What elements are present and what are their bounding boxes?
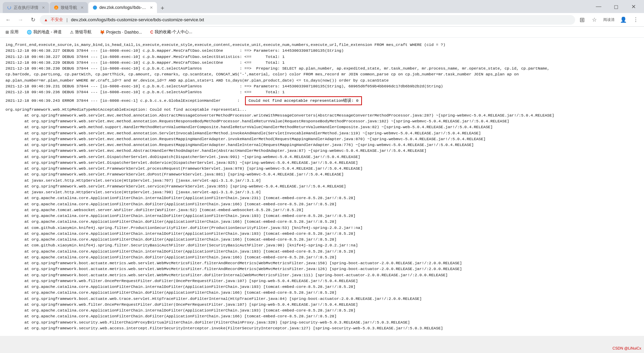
log-line-9: 2021-12-18 09:46:39.243 ERROR 37844 --- …: [5, 98, 240, 104]
stack-line-29: at org.springframework.boot.actuate.metr…: [5, 272, 639, 278]
stack-line-7: at org.springframework.web.servlet.mvc.m…: [5, 142, 639, 148]
stack-line-19: at org.apache.catalina.core.ApplicationF…: [5, 213, 639, 219]
bookmark-star-button[interactable]: ⊞: [576, 14, 587, 25]
bookmark-my-place-label: 我的地盘 - 禅道: [33, 29, 62, 35]
stack-line-21: at com.github.xiaoymin.knife4j.spring.fi…: [5, 225, 639, 231]
stack-line-10: at org.springframework.web.servlet.Dispa…: [5, 160, 639, 166]
stack-line-16: at org.apache.catalina.core.ApplicationF…: [5, 195, 639, 201]
bookmark-my-place[interactable]: 🌐 我的地盘 - 禅道: [24, 28, 64, 36]
bookmark-favorites[interactable]: C 我的收藏-个人中心...: [147, 28, 195, 36]
stack-line-1: org.springframework.web.HttpMediaTypeNot…: [5, 107, 639, 112]
favorites-icon: C: [150, 30, 153, 35]
security-warning-icon: ▲: [44, 17, 48, 22]
tab1-close[interactable]: ✕: [42, 5, 45, 10]
svg-text:⚠: ⚠: [55, 6, 58, 10]
stack-line-14: at org.springframework.web.servlet.Frame…: [5, 183, 639, 189]
stack-line-24: at com.github.xiaoymin.knife4j.spring.fi…: [5, 242, 639, 248]
stack-line-34: at org.springframework.web.filter.OncePe…: [5, 302, 639, 307]
tab1-label: 正在执行详情: [14, 5, 38, 11]
log-line-5: cp.barCode, cp.partLong, cp.partWith, cp…: [5, 71, 639, 77]
separator: |: [66, 17, 68, 22]
title-bar: 正在执行详情 ✕ ⚠ 致链导航 ✕ 🌐 dev.zlxk.com/logs//b…: [0, 0, 644, 13]
log-line-8: 2021-12-18 09:46:39.236 DEBUG 37844 --- …: [5, 89, 639, 95]
error-box: Could not find acceptable representation…: [245, 96, 362, 105]
nav-bar: ← → ↻ ▲ 不安全 | dev.zlxk.com/logs//bds-cus…: [0, 13, 644, 27]
stack-line-26: at org.apache.catalina.core.ApplicationF…: [5, 254, 639, 260]
svg-text:🌐: 🌐: [93, 6, 97, 10]
my-place-icon: 🌐: [27, 30, 32, 35]
stack-line-28: at org.springframework.boot.actuate.metr…: [5, 266, 639, 272]
stack-line-5: at org.springframework.web.servlet.mvc.m…: [5, 130, 639, 136]
stack-line-36: at org.apache.catalina.core.ApplicationF…: [5, 313, 639, 319]
csdn-watermark: CSDN @LiNuiCx: [612, 346, 641, 350]
bookmark-zhilian[interactable]: ⚠ 致链导航: [67, 28, 94, 36]
stack-line-20: at org.apache.catalina.core.ApplicationF…: [5, 219, 639, 224]
forward-button[interactable]: →: [15, 14, 26, 25]
stack-line-27: at org.springframework.boot.actuate.metr…: [5, 260, 639, 266]
stack-line-18: at org.apache.tomcat.websocket.server.Ws…: [5, 207, 639, 213]
stack-line-25: at org.apache.catalina.core.ApplicationF…: [5, 248, 639, 254]
log-line-error-container: 2021-12-18 09:46:39.243 ERROR 37844 --- …: [5, 95, 639, 106]
stack-line-8: at org.springframework.web.servlet.mvc.m…: [5, 148, 639, 154]
page-content: ing_front_end,execute_source,is_many_bin…: [0, 38, 644, 336]
log-line-3: 2021-12-18 09:46:38.229 DEBUG 37844 --- …: [5, 60, 639, 65]
bookmark-projects[interactable]: 🦊 Projects · Dashbo...: [97, 28, 145, 36]
minimize-button[interactable]: —: [591, 1, 606, 12]
zhilian-icon: ⚠: [70, 30, 74, 35]
stack-line-31: at org.apache.catalina.core.ApplicationF…: [5, 284, 639, 290]
log-line-2: 2021-12-18 09:46:38.227 DEBUG 37844 --- …: [5, 54, 639, 60]
log-line-6: ap.plan_number=mr.plan_number WHERE mr.c…: [5, 77, 639, 83]
bookmark-favorites-label: 我的收藏-个人中心...: [155, 29, 192, 35]
tab3-label: dev.zlxk.com/logs//bds-custo...: [99, 5, 146, 10]
tab3-close[interactable]: ✕: [150, 5, 153, 10]
new-tab-button[interactable]: +: [158, 3, 167, 13]
stack-line-4: at org.springframework.web.method.suppor…: [5, 124, 639, 130]
bookmark-apps-label: 应用: [10, 29, 19, 35]
tab2-label: 致链导航: [61, 5, 77, 11]
profile-button[interactable]: 👤: [618, 14, 629, 25]
back-button[interactable]: ←: [3, 14, 14, 25]
log-line-4: 2021-12-18 09:46:38.230 DEBUG 37844 --- …: [5, 65, 639, 71]
tab-strip: 正在执行详情 ✕ ⚠ 致链导航 ✕ 🌐 dev.zlxk.com/logs//b…: [3, 0, 167, 13]
tab3-favicon: 🌐: [93, 5, 97, 10]
stack-line-22: at org.apache.catalina.core.ApplicationF…: [5, 231, 639, 236]
stack-line-23: at org.apache.catalina.core.ApplicationF…: [5, 236, 639, 242]
log-line-1: 2021-12-18 09:46:38.227 DEBUG 37844 --- …: [5, 48, 639, 53]
stack-line-15: at javax.servlet.http.HttpServlet.servic…: [5, 189, 639, 195]
stack-line-35: at org.apache.catalina.core.ApplicationF…: [5, 307, 639, 313]
bookmark-button[interactable]: ☆: [589, 14, 600, 25]
tab1-favicon: [7, 5, 12, 10]
address-bar[interactable]: ▲ 不安全 | dev.zlxk.com/logs//bds-customize…: [40, 15, 575, 25]
log-line-0: ing_front_end,execute_source,is_many_bin…: [5, 42, 639, 48]
stack-line-9: at org.springframework.web.servlet.Dispa…: [5, 154, 639, 160]
stack-line-6: at org.springframework.web.servlet.mvc.m…: [5, 136, 639, 142]
tab2-close[interactable]: ✕: [81, 5, 84, 10]
tab2-favicon: ⚠: [54, 5, 59, 10]
stack-line-37: at org.springframework.security.web.Filt…: [5, 319, 639, 325]
stack-line-11: at org.springframework.web.servlet.Frame…: [5, 166, 639, 171]
stack-line-3: at org.springframework.web.servlet.mvc.m…: [5, 118, 639, 124]
tab-navigation[interactable]: ⚠ 致链导航 ✕: [50, 2, 88, 13]
reader-mode-button[interactable]: 阅读清: [601, 14, 617, 25]
stack-line-32: at org.apache.catalina.core.ApplicationF…: [5, 290, 639, 295]
nav-actions: ⊞ ☆ 阅读清 👤 ⋮: [576, 14, 641, 25]
stack-line-30: at org.springframework.web.filter.OncePe…: [5, 278, 639, 284]
window-controls: — ◻ ✕: [591, 1, 641, 12]
menu-button[interactable]: ⋮: [630, 14, 641, 25]
bookmark-zhilian-label: 致链导航: [75, 29, 92, 35]
restore-button[interactable]: ◻: [608, 1, 624, 12]
close-window-button[interactable]: ✕: [626, 1, 641, 12]
security-label: 不安全: [51, 17, 63, 23]
stack-line-2: at org.springframework.web.servlet.mvc.m…: [5, 112, 639, 118]
log-line-7: 2021-12-18 09:46:39.231 DEBUG 37844 --- …: [5, 83, 639, 89]
refresh-button[interactable]: ↻: [27, 14, 38, 25]
stack-line-12: at org.springframework.web.servlet.Frame…: [5, 171, 639, 177]
address-text: dev.zlxk.com/logs//bds-customize-service…: [71, 17, 571, 22]
tab-execution-detail[interactable]: 正在执行详情 ✕: [3, 2, 49, 13]
apps-icon: ⊞: [5, 30, 9, 35]
stack-line-33: at org.springframework.boot.actuate.web.…: [5, 296, 639, 302]
tab-log[interactable]: 🌐 dev.zlxk.com/logs//bds-custo... ✕: [88, 2, 157, 13]
bookmark-apps[interactable]: ⊞ 应用: [3, 28, 21, 36]
projects-icon: 🦊: [100, 30, 105, 35]
stack-line-17: at org.apache.catalina.core.ApplicationF…: [5, 201, 639, 207]
